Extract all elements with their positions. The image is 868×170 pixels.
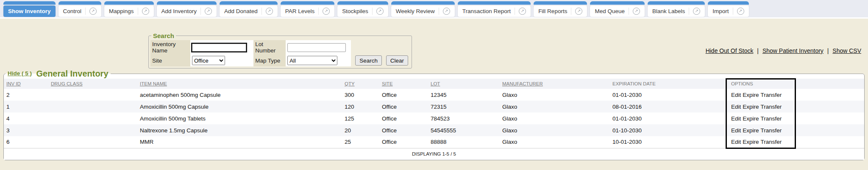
show-csv-link[interactable]: Show CSV [832, 47, 861, 54]
tab-add-donated[interactable]: Add Donated ↗ [220, 1, 278, 17]
transfer-link[interactable]: Transfer [761, 92, 782, 98]
map-type-select[interactable]: All [287, 56, 337, 65]
tab-mappings[interactable]: Mappings ↗ [104, 1, 154, 17]
edit-link[interactable]: Edit [731, 92, 741, 98]
external-link-icon[interactable]: ↗ [519, 8, 526, 15]
tab-label: Add Inventory [161, 8, 197, 14]
tab-accent-cap [220, 1, 278, 5]
col-header-lot[interactable]: LOT [431, 81, 440, 86]
tab-weekly-review[interactable]: Weekly Review ↗ [391, 1, 455, 17]
expire-link[interactable]: Expire [743, 115, 759, 122]
edit-link[interactable]: Edit [731, 115, 741, 122]
cell-options: EditExpireTransfer [729, 136, 794, 148]
tab-transaction-report[interactable]: Transaction Report ↗ [458, 1, 531, 17]
hide-count-link[interactable]: Hide ( 5 ) [8, 70, 32, 77]
cell-manufacturer: Glaxo [500, 112, 610, 124]
external-link-icon[interactable]: ↗ [737, 8, 744, 15]
transfer-link[interactable]: Transfer [761, 139, 782, 145]
cell-drug-class [48, 112, 137, 124]
cell-inv-id: 3 [4, 124, 48, 136]
cell-expiration-date: 01-01-2030 [610, 112, 729, 124]
tab-stockpiles[interactable]: Stockpiles ↗ [337, 1, 388, 17]
col-header-manufacturer[interactable]: MANUFACTURER [502, 81, 543, 86]
table-row: 6 MMR 25 Office 88888 Glaxo 10-01-2030 E… [4, 136, 864, 148]
cell-manufacturer: Glaxo [500, 124, 610, 136]
site-select[interactable]: Office [192, 56, 225, 65]
cell-inv-id: 2 [4, 89, 48, 101]
cell-qty: 120 [342, 101, 379, 112]
cell-site: Office [379, 112, 428, 124]
edit-link[interactable]: Edit [731, 104, 741, 110]
external-link-icon[interactable]: ↗ [376, 8, 384, 15]
general-inventory-legend: Hide ( 5 ) General Inventory [6, 69, 111, 79]
lot-number-label: Lot Number [253, 40, 286, 55]
expire-link[interactable]: Expire [743, 104, 759, 110]
cell-site: Office [379, 136, 428, 148]
tab-label: Add Donated [224, 8, 258, 14]
tab-label: Import [712, 8, 729, 14]
col-header-site[interactable]: SITE [382, 81, 393, 86]
col-header-inv-id[interactable]: INV ID [6, 81, 21, 86]
tab-label: Mappings [109, 8, 134, 14]
tab-blank-labels[interactable]: Blank Labels ↗ [648, 1, 705, 17]
tab-par-levels[interactable]: PAR Levels ↗ [281, 1, 335, 17]
col-header-options: OPTIONS [731, 81, 753, 86]
tab-accent-cap [458, 1, 531, 5]
expire-link[interactable]: Expire [743, 127, 759, 134]
tab-bar: Show Inventory Control ↗ Mappings ↗ Add … [0, 0, 868, 19]
lot-number-input[interactable] [287, 43, 346, 52]
col-header-drug-class[interactable]: DRUG CLASS [51, 81, 83, 86]
inventory-name-input[interactable] [192, 44, 246, 52]
cell-inv-id: 4 [4, 112, 48, 124]
external-link-icon[interactable]: ↗ [693, 8, 700, 15]
transfer-link[interactable]: Transfer [761, 127, 782, 134]
expire-link[interactable]: Expire [743, 92, 759, 98]
cell-item-name: Amoxicillin 500mg Tablets [137, 112, 342, 124]
external-link-icon[interactable]: ↗ [205, 8, 212, 15]
col-header-qty[interactable]: QTY [345, 81, 355, 86]
cell-qty: 300 [342, 89, 379, 101]
tab-accent-cap [648, 1, 705, 5]
tab-add-inventory[interactable]: Add Inventory ↗ [157, 1, 217, 17]
external-link-icon[interactable]: ↗ [575, 8, 582, 15]
tab-fill-reports[interactable]: Fill Reports ↗ [534, 1, 587, 17]
search-panel: Search Inventory Name Lot Number Site Of… [148, 32, 412, 69]
edit-link[interactable]: Edit [731, 139, 741, 145]
transfer-link[interactable]: Transfer [761, 115, 782, 122]
external-link-icon[interactable]: ↗ [443, 8, 450, 15]
external-link-icon[interactable]: ↗ [89, 8, 97, 15]
edit-link[interactable]: Edit [731, 127, 741, 134]
cell-options: EditExpireTransfer [729, 89, 794, 101]
cell-lot: 54545555 [428, 124, 500, 136]
external-link-icon[interactable]: ↗ [633, 8, 640, 15]
col-header-item-name[interactable]: ITEM NAME [140, 81, 167, 86]
link-separator: | [827, 47, 829, 54]
show-patient-inventory-link[interactable]: Show Patient Inventory [762, 47, 823, 54]
search-button[interactable]: Search [355, 55, 382, 66]
cell-options: EditExpireTransfer [729, 112, 794, 124]
tab-label: Stockpiles [342, 8, 368, 14]
cell-expiration-date: 08-01-2016 [610, 101, 729, 112]
tab-accent-cap [281, 1, 335, 5]
table-footer-row: DISPLAYING 1-5 / 5 [4, 148, 864, 160]
external-link-icon[interactable]: ↗ [142, 8, 149, 15]
tab-med-queue[interactable]: Med Queue ↗ [590, 1, 645, 17]
tab-label: Transaction Report [462, 8, 511, 14]
clear-button[interactable]: Clear [386, 55, 408, 66]
transfer-link[interactable]: Transfer [761, 104, 782, 110]
expire-link[interactable]: Expire [743, 139, 759, 145]
external-link-icon[interactable]: ↗ [266, 8, 273, 15]
cell-drug-class [48, 124, 137, 136]
hide-out-of-stock-link[interactable]: Hide Out Of Stock [706, 47, 754, 54]
tab-control[interactable]: Control ↗ [58, 1, 102, 17]
external-link-icon[interactable]: ↗ [323, 8, 330, 15]
cell-expiration-date: 01-01-2030 [610, 89, 729, 101]
cell-drug-class [48, 136, 137, 148]
tab-show-inventory[interactable]: Show Inventory [3, 1, 56, 17]
tab-import[interactable]: Import ↗ [708, 1, 748, 17]
tab-label: Blank Labels [652, 8, 685, 14]
tab-label: Med Queue [595, 8, 625, 14]
cell-inv-id: 6 [4, 136, 48, 148]
cell-qty: 25 [342, 136, 379, 148]
cell-site: Office [379, 124, 428, 136]
